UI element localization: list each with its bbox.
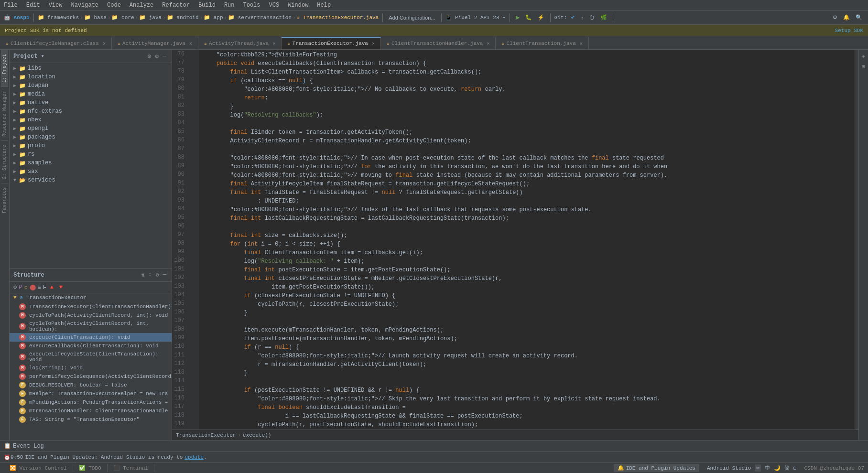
plugin-updates-button[interactable]: 🔔 IDE and Plugin Updates bbox=[614, 464, 699, 472]
tree-item-packages[interactable]: ▶ 📁 packages bbox=[10, 133, 172, 141]
struct-tool-sort2[interactable]: ↕ bbox=[147, 271, 153, 279]
tree-item-native[interactable]: ▶ 📁 native bbox=[10, 98, 172, 107]
event-log-title[interactable]: Event Log bbox=[13, 443, 44, 450]
tab-close-6[interactable]: ✕ bbox=[580, 41, 583, 46]
struct-filter-1[interactable]: ⊙ bbox=[13, 284, 17, 291]
breadcrumb-core[interactable]: 📁 core bbox=[111, 14, 134, 21]
right-bar-icon-2[interactable]: ▣ bbox=[860, 62, 867, 71]
tree-item-proto[interactable]: ▶ 📁 proto bbox=[10, 141, 172, 150]
menu-view[interactable]: View bbox=[48, 2, 64, 9]
sidebar-action-gear[interactable]: ⚙ bbox=[153, 52, 160, 61]
struct-filter-8[interactable]: 🔻 bbox=[57, 284, 65, 291]
sidebar-action-settings[interactable]: ⚙ bbox=[146, 52, 153, 61]
tab-transaction-executor[interactable]: ☕ TransactionExecutor.java ✕ bbox=[282, 37, 381, 49]
menu-vcs[interactable]: VCS bbox=[268, 2, 281, 9]
tab-client-transaction[interactable]: ☕ ClientTransaction.java ✕ bbox=[496, 37, 588, 49]
breadcrumb-file[interactable]: ☕ TransactionExecutor.java bbox=[297, 14, 379, 21]
struct-tool-close[interactable]: — bbox=[162, 271, 168, 279]
ime-icon-1[interactable]: ⌨ bbox=[755, 464, 761, 472]
breadcrumb-frameworks[interactable]: 📁 frameworks bbox=[38, 14, 79, 21]
left-tool-structure[interactable]: 2: Structure bbox=[1, 140, 8, 183]
tree-item-location[interactable]: ▶ 📁 location bbox=[10, 73, 172, 81]
tab-client-transaction-handler[interactable]: ☕ ClientTransactionHandler.java ✕ bbox=[381, 37, 496, 49]
search-everywhere-button[interactable]: 🔍 bbox=[854, 13, 864, 22]
breadcrumb-app[interactable]: 📁 app bbox=[204, 14, 223, 21]
tab-close-3[interactable]: ✕ bbox=[272, 41, 275, 46]
ime-simple[interactable]: 简 bbox=[784, 464, 790, 472]
struct-filter-7[interactable]: 🔺 bbox=[48, 284, 55, 291]
notifications-button[interactable]: 🔔 bbox=[841, 13, 852, 22]
tree-item-rs[interactable]: ▶ 📁 rs bbox=[10, 150, 172, 159]
tree-item-media[interactable]: ▶ 📁 media bbox=[10, 90, 172, 98]
struct-filter-3[interactable]: ○ bbox=[24, 284, 27, 291]
tree-item-nfc-extras[interactable]: ▶ 📁 nfc-extras bbox=[10, 107, 172, 116]
breadcrumb-android[interactable]: 📁 android bbox=[167, 14, 199, 21]
struct-member-mpending[interactable]: F mPendingActions: PendingTransactionAct… bbox=[10, 398, 172, 407]
struct-class-header[interactable]: ▼ ⊙ TransactionExecutor bbox=[10, 293, 172, 301]
tab-client-lifecycle-manager[interactable]: ☕ ClientLifecycleManager.class ✕ bbox=[0, 37, 112, 49]
git-push[interactable]: ↑ bbox=[579, 14, 586, 22]
left-tool-project[interactable]: 1: Project bbox=[1, 50, 8, 86]
git-history[interactable]: ⏱ bbox=[587, 14, 597, 22]
struct-member-tag[interactable]: F TAG: String = "TransactionExecutor" bbox=[10, 415, 172, 424]
struct-filter-5[interactable]: ≡ bbox=[38, 284, 41, 291]
right-bar-icon-1[interactable]: ◈ bbox=[860, 52, 867, 61]
struct-tool-settings[interactable]: ⚙ bbox=[154, 271, 161, 279]
struct-tool-sort[interactable]: ⇅ bbox=[140, 271, 146, 279]
tab-close-1[interactable]: ✕ bbox=[103, 41, 106, 46]
breadcrumb-base[interactable]: 📁 base bbox=[84, 14, 107, 21]
struct-member-constructor[interactable]: M TransactionExecutor(ClientTransactionH… bbox=[10, 302, 172, 311]
sidebar-action-close[interactable]: — bbox=[161, 52, 168, 61]
debug-button[interactable]: 🐛 bbox=[523, 13, 534, 22]
tree-item-libs[interactable]: ▶ 📁 libs bbox=[10, 64, 172, 73]
tree-item-obex[interactable]: ▶ 📁 obex bbox=[10, 116, 172, 124]
add-config-button[interactable]: Add Configuration... bbox=[387, 14, 437, 22]
tree-item-lowpan[interactable]: ▶ 📁 lowpan bbox=[10, 81, 172, 90]
left-tool-favorites[interactable]: Favorites bbox=[1, 183, 8, 217]
tab-close-2[interactable]: ✕ bbox=[189, 41, 192, 46]
tree-item-sax[interactable]: ▶ 📁 sax bbox=[10, 167, 172, 176]
tree-item-opengl[interactable]: ▶ 📁 opengl bbox=[10, 124, 172, 133]
tab-activity-thread[interactable]: ☕ ActivityThread.java ✕ bbox=[198, 37, 282, 49]
struct-member-perform[interactable]: M performLifecycleSequence(ActivityClien… bbox=[10, 372, 172, 381]
git-update[interactable]: ✔ bbox=[569, 13, 577, 22]
struct-member-mhelper[interactable]: F mHelper: TransactionExecutorHelper = n… bbox=[10, 389, 172, 398]
struct-filter-2[interactable]: P bbox=[19, 284, 22, 291]
struct-member-exec-callbacks[interactable]: M executeCallbacks(ClientTransaction): v… bbox=[10, 342, 172, 350]
menu-code[interactable]: Code bbox=[106, 2, 122, 9]
menu-file[interactable]: File bbox=[3, 2, 19, 9]
ime-moon[interactable]: 🌙 bbox=[774, 465, 781, 471]
git-branches[interactable]: 🌿 bbox=[598, 13, 609, 22]
code-area[interactable]: "color:#bbb529;">@VisibleForTesting publ… bbox=[199, 50, 855, 430]
run-button[interactable]: ▶ bbox=[514, 13, 521, 22]
profile-button[interactable]: ⚡ bbox=[536, 13, 546, 22]
menu-tools[interactable]: Tools bbox=[242, 2, 261, 9]
menu-refactor[interactable]: Refactor bbox=[161, 2, 191, 9]
tab-close-4[interactable]: ✕ bbox=[372, 41, 375, 46]
tree-item-samples[interactable]: ▶ 📁 samples bbox=[10, 159, 172, 167]
struct-member-execute[interactable]: M execute(ClientTransaction): void bbox=[10, 333, 172, 342]
struct-member-exec-lifecycle[interactable]: M executeLifecycleState(ClientTransactio… bbox=[10, 350, 172, 364]
menu-window[interactable]: Window bbox=[287, 2, 309, 9]
struct-member-cycle2[interactable]: M cycleToPath(ActivityClientRecord, int,… bbox=[10, 320, 172, 333]
event-log-link[interactable]: update bbox=[184, 454, 204, 460]
ime-zh[interactable]: 中 bbox=[765, 464, 770, 472]
struct-member-debug[interactable]: F DEBUG_RESOLVER: boolean = false bbox=[10, 381, 172, 389]
struct-filter-4[interactable]: ⬤ bbox=[30, 284, 36, 291]
breadcrumb-servertransaction[interactable]: 📁 servertransaction bbox=[228, 14, 292, 21]
menu-edit[interactable]: Edit bbox=[25, 2, 41, 9]
tree-item-services[interactable]: ▼ 📂 services bbox=[10, 176, 172, 184]
struct-member-cycle1[interactable]: M cycleToPath(ActivityClientRecord, int)… bbox=[10, 311, 172, 320]
setup-sdk-link[interactable]: Setup SDK bbox=[835, 28, 863, 33]
tab-close-5[interactable]: ✕ bbox=[487, 41, 489, 46]
bottom-tab-todo[interactable]: ✅ TODO bbox=[73, 464, 108, 472]
bottom-tab-terminal[interactable]: ⬛ Terminal bbox=[108, 464, 154, 472]
left-tool-resource-manager[interactable]: Resource Manager bbox=[1, 86, 8, 140]
struct-member-mtransaction[interactable]: F mTransactionHandler: ClientTransaction… bbox=[10, 407, 172, 415]
ime-grid[interactable]: ⊞ bbox=[793, 465, 797, 471]
tab-activity-manager[interactable]: ☕ ActivityManager.java ✕ bbox=[112, 37, 198, 49]
settings-button[interactable]: ⚙ bbox=[831, 13, 839, 22]
editor-scrollbar[interactable] bbox=[855, 50, 858, 430]
struct-filter-6[interactable]: F bbox=[43, 284, 46, 291]
breadcrumb-java[interactable]: 📁 java bbox=[139, 14, 162, 21]
